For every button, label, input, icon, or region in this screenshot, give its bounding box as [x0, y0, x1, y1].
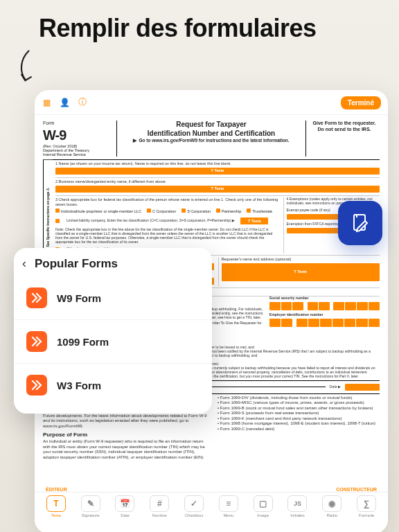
arrow-doodle — [14, 48, 39, 90]
classification-row: Individual/sole proprietor or single-mem… — [55, 209, 279, 214]
tool-menu[interactable]: ≡Menu — [213, 495, 245, 517]
tool-radio[interactable]: ◉Radio — [316, 495, 348, 517]
requester-field[interactable]: T Texte — [222, 263, 380, 281]
date-field[interactable] — [345, 384, 380, 391]
done-button[interactable]: Terminé — [341, 96, 381, 109]
person-icon[interactable]: 👤 — [60, 98, 69, 107]
form-item-1099[interactable]: 1099 Form — [14, 319, 212, 363]
checkbox[interactable] — [55, 219, 60, 223]
llc-note: Note: Check the appropriate box in the l… — [55, 228, 279, 245]
tool-initials[interactable]: JSInitiales — [282, 495, 314, 517]
tool-formula[interactable]: ∑Formule — [351, 495, 382, 517]
tool-date[interactable]: 📅Date — [109, 495, 141, 517]
form-word: Form — [43, 121, 114, 127]
edit-badge[interactable] — [338, 201, 382, 245]
tool-number[interactable]: #Nombre — [143, 495, 175, 517]
form-code: W-9 — [43, 127, 114, 144]
llc-class-field[interactable]: T Texte — [240, 218, 268, 224]
tray-section-left: ÉDITEUR — [46, 487, 67, 492]
app-toolbar: ▦ 👤 ⓘ Terminé — [35, 90, 388, 115]
checkbox[interactable] — [216, 209, 220, 213]
form-item-label: W9 Form — [57, 292, 101, 304]
form-title-2: Identification Number and Certification — [121, 130, 301, 139]
form-item-label: 1099 Form — [57, 336, 109, 348]
name-field[interactable]: T Texte — [55, 168, 380, 175]
tool-text[interactable]: TTexte — [40, 495, 72, 517]
popular-forms-card: ‹ Popular Forms W9 Form 1099 Form W3 For… — [14, 248, 212, 414]
checkbox[interactable] — [147, 209, 151, 213]
tool-checkbox[interactable]: ✓Checkbox — [178, 495, 210, 517]
ein-boxes[interactable] — [269, 319, 380, 327]
form-item-w9[interactable]: W9 Form — [14, 276, 212, 319]
tray-section-right: CONSTRUCTEUR — [336, 487, 377, 492]
back-icon[interactable]: ‹ — [22, 256, 26, 271]
tool-tray: TTexte ✎Signature 📅Date #Nombre ✓Checkbo… — [35, 492, 388, 532]
checkbox[interactable] — [181, 209, 186, 213]
purpose-heading: Purpose of Form — [43, 432, 208, 438]
tool-image[interactable]: ▢Image — [247, 495, 279, 517]
checkbox[interactable] — [55, 209, 60, 213]
row1-label: 1 Name (as shown on your income tax retu… — [55, 161, 380, 166]
form-icon — [26, 287, 47, 308]
popular-title: Popular Forms — [35, 257, 118, 271]
form-goto: Go to www.irs.gov/FormW9 for instruction… — [139, 138, 289, 143]
row3-label: 3 Check appropriate box for federal tax … — [55, 197, 279, 207]
form-item-w3[interactable]: W3 Form — [14, 363, 212, 407]
checkbox[interactable] — [247, 209, 251, 213]
form-icon — [26, 375, 47, 396]
form-title-1: Request for Taxpayer — [121, 121, 301, 130]
form-give: Give Form to the requester. Do not send … — [305, 121, 380, 157]
form-irs: Internal Revenue Service — [43, 152, 114, 157]
tool-signature[interactable]: ✎Signature — [75, 495, 107, 517]
bullet-list: Form 1099-DIV (dividends, including thos… — [215, 396, 380, 432]
business-field[interactable]: T Texte — [55, 186, 380, 193]
info-icon[interactable]: ⓘ — [78, 98, 87, 107]
grid-icon[interactable]: ▦ — [42, 98, 51, 107]
row2-label: 2 Business name/disregarded entity name,… — [55, 179, 380, 184]
form-icon — [26, 331, 47, 352]
form-item-label: W3 Form — [57, 380, 101, 391]
hero-title: Remplir des formulaires — [0, 0, 399, 43]
ssn-boxes[interactable] — [269, 302, 380, 310]
